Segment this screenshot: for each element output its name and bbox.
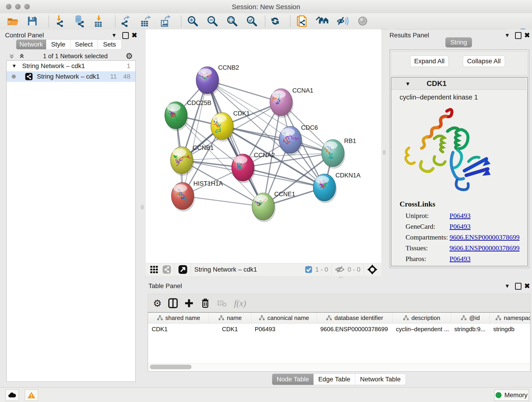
crosslink-link[interactable]: 9606.ENSP00000378699 [450,244,520,252]
tab-select[interactable]: Select [70,39,98,50]
show-columns-icon[interactable] [168,298,178,308]
network-edge[interactable] [183,80,207,196]
memory-button[interactable]: Memory [494,389,529,401]
tab-sets[interactable]: Sets [98,39,122,50]
first-neighbors-button[interactable] [316,14,329,28]
import-network-database-button[interactable] [72,14,85,28]
network-node-CCNB2[interactable]: CCNB2 [196,64,239,96]
warnings-button[interactable] [25,389,38,401]
table-panel-float-icon[interactable] [515,283,521,290]
left-splitter-handle[interactable] [141,205,144,210]
export-network-button[interactable] [119,14,133,28]
node-table[interactable]: shared namenamecanonical namedatabase id… [148,312,530,371]
network-collection-row[interactable]: ▼ String Network – cdk1 1 [7,61,135,71]
node-result-header[interactable] [391,77,526,89]
cell-namespace[interactable]: stringdb [490,325,530,334]
import-table-file-button[interactable] [92,14,105,28]
warning-triangle-icon [27,391,36,399]
column-header-namespace[interactable]: namespace [490,313,530,323]
cell-shared-name[interactable]: CDK1 [148,325,209,334]
node-label-CCNA2: CCNA2 [254,152,275,159]
export-table-button[interactable] [139,14,152,28]
collapse-all-chevron-icon[interactable] [8,53,15,60]
string-import-button[interactable] [295,14,308,28]
expand-all-button[interactable]: Expand All [410,56,449,67]
cell-description[interactable]: cyclin–dependent ... [392,325,451,334]
collapse-all-button[interactable]: Collapse All [463,56,505,67]
network-graph[interactable]: CCNB2CCNA1CDC25BCDK1CDC6RB1CCNB1CCNA2CDK… [146,29,381,263]
add-column-icon[interactable] [184,298,194,308]
network-node-CDKN1A[interactable]: CDKN1A [313,172,361,203]
tab-string[interactable]: String [445,37,472,47]
open-session-button[interactable] [6,14,20,28]
network-node-CCNA1[interactable]: CCNA1 [270,87,313,118]
tab-node-table[interactable]: Node Table [272,374,314,385]
column-header-database-identifier[interactable]: database identifier [317,313,393,323]
network-node-CDC25B[interactable]: CDC25B [165,99,211,131]
scrollbar-thumb[interactable] [150,365,191,369]
network-options-gear-icon[interactable]: ⚙ [126,51,133,61]
column-header--id[interactable]: @id [451,313,490,323]
network-node-CCNB1[interactable]: CCNB1 [171,144,214,176]
results-panel-collapse-icon[interactable]: ▼ [505,32,510,38]
network-edge[interactable] [207,80,263,206]
right-splitter-handle[interactable] [383,150,386,155]
zoom-fit-button[interactable] [225,14,239,28]
network-node-RB1[interactable]: RB1 [321,138,356,169]
node-label-CCNB2: CCNB2 [218,64,239,71]
column-header-canonical-name[interactable]: canonical name [251,313,317,323]
tab-network-table[interactable]: Network Table [355,374,406,385]
grid-view-icon[interactable] [150,265,159,274]
column-header-name[interactable]: name [209,313,251,323]
network-node-HIST1H1A[interactable]: HIST1H1A [171,180,223,211]
network-node-CCNE1[interactable]: CCNE1 [252,191,295,222]
cell--id[interactable]: stringdb:9... [451,325,490,334]
results-panel-close-icon[interactable]: ✖ [524,31,530,39]
refresh-view-button[interactable] [268,14,282,28]
network-name: String Network – cdk1 [37,73,100,80]
zoom-selected-button[interactable] [245,14,259,28]
table-panel-close-icon[interactable]: ✖ [524,282,530,290]
import-network-file-button[interactable] [52,14,65,28]
bird-eye-view-button[interactable] [356,14,369,28]
control-panel-close-icon[interactable]: ✖ [132,31,137,39]
save-session-button[interactable] [26,14,39,28]
control-panel-collapse-icon[interactable]: ▼ [111,32,117,38]
results-panel-float-icon[interactable] [515,32,521,39]
cloud-status-button[interactable] [6,389,19,401]
cell-name[interactable]: CDK1 [209,325,251,334]
table-options-gear-icon[interactable]: ⚙ [153,298,162,309]
cell-database-identifier[interactable]: 9606.ENSP00000378699 [317,325,392,334]
network-view-icon[interactable] [162,265,171,274]
network-node-CDK1[interactable]: CDK1 [210,110,250,142]
collection-expand-icon[interactable]: ▼ [12,63,17,69]
delete-column-icon[interactable] [201,298,210,308]
crosslink-link[interactable]: P06493 [450,223,471,230]
table-horizontal-scrollbar[interactable] [148,363,530,370]
crosslink-link[interactable]: 9606.ENSP00000378699 [450,233,520,241]
column-header-shared-name[interactable]: shared name [148,313,209,323]
zoom-out-button[interactable] [206,14,219,28]
column-header-description[interactable]: description [392,313,451,323]
export-image-button[interactable] [158,14,172,28]
network-node-CDC6[interactable]: CDC6 [279,124,318,155]
network-canvas[interactable]: CCNB2CCNA1CDC25BCDK1CDC6RB1CCNB1CCNA2CDK… [146,29,381,263]
network-row[interactable]: String Network – cdk1 11 48 [7,71,135,82]
hidden-eye-slash-icon[interactable] [335,265,345,274]
tab-edge-table[interactable]: Edge Table [314,374,355,385]
main-toolbar: ? [0,13,532,30]
bird-eye-toggle-icon[interactable] [367,264,378,275]
zoom-in-button[interactable] [186,14,199,28]
table-panel-collapse-icon[interactable]: ▼ [505,283,510,289]
selected-checkbox-icon[interactable] [305,266,312,274]
tab-network[interactable]: Network [16,39,46,50]
expand-all-chevron-icon[interactable] [18,53,25,60]
crosslink-link[interactable]: P06493 [450,255,471,263]
open-in-window-icon[interactable] [178,265,188,274]
entry-collapse-icon[interactable]: ▼ [405,81,411,87]
tab-style[interactable]: Style [46,39,70,50]
hide-unhide-button[interactable] [336,14,349,28]
cell-canonical-name[interactable]: P06493 [251,325,317,334]
crosslink-link[interactable]: P06493 [450,212,471,220]
control-panel-float-icon[interactable] [122,32,129,39]
